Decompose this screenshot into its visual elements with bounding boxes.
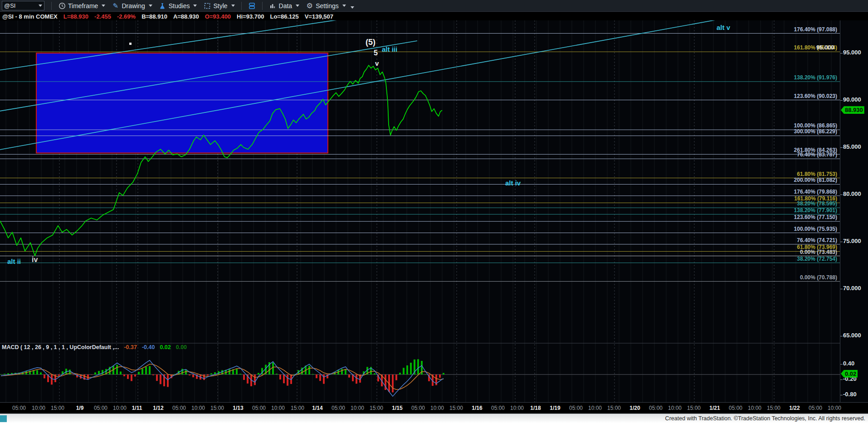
time-label: 15:00 <box>607 405 621 411</box>
menu-drawing-label: Drawing <box>122 2 145 10</box>
time-label: 05:00 <box>809 405 822 411</box>
time-label: 05:00 <box>172 405 186 411</box>
menu-settings-label: Settings <box>316 2 339 10</box>
date-label: 1/22 <box>789 405 800 411</box>
price-axis-tick <box>840 147 843 148</box>
time-label: 10:00 <box>113 405 127 411</box>
menu-timeframe-label: Timeframe <box>68 2 98 10</box>
macd-axis-tick <box>840 364 843 365</box>
chevron-down-icon[interactable] <box>39 5 42 7</box>
macd-axis-label: 0.40 <box>843 360 854 367</box>
clock-icon <box>58 2 66 10</box>
chevron-down-icon <box>193 5 197 7</box>
chevron-down-icon <box>102 5 105 7</box>
price-axis[interactable]: 95.00090.00085.00080.00075.00070.00065.0… <box>840 20 868 402</box>
style-icon <box>203 2 211 10</box>
quote-high: Hi=93.700 <box>237 13 264 20</box>
date-label: 1/21 <box>709 405 720 411</box>
toolbar-divider <box>262 2 263 10</box>
menu-style[interactable]: Style <box>200 0 238 11</box>
toolbar: @SI Timeframe ✎ Drawing Studies Style <box>0 0 868 12</box>
macd-axis-label: -0.80 <box>843 391 857 398</box>
menu-drawing[interactable]: ✎ Drawing <box>108 0 155 11</box>
menu-timeframe[interactable]: Timeframe <box>55 0 108 11</box>
macd-label[interactable]: MACD ( 12 , 26 , 9 , 1 , 1 , UpColorDefa… <box>2 344 119 350</box>
price-axis-tick <box>840 336 843 336</box>
tradestation-window: { "toolbar": { "symbol": "@SI", "menus":… <box>0 0 868 423</box>
quote-bid: B=88.910 <box>141 13 167 20</box>
menu-data-label: Data <box>279 2 293 10</box>
time-label: 05:00 <box>491 405 505 411</box>
time-axis[interactable]: 05:0010:0015:001/905:0010:001/111/1205:0… <box>0 402 868 414</box>
date-label: 1/18 <box>530 405 541 411</box>
time-label: 05:00 <box>12 405 26 411</box>
menu-data[interactable]: Data <box>266 0 303 11</box>
time-label: 10:00 <box>271 405 285 411</box>
time-label: 05:00 <box>332 405 345 411</box>
last-price-tag: 88.930 <box>841 106 864 114</box>
macd-indicator-row: MACD ( 12 , 26 , 9 , 1 , 1 , UpColorDefa… <box>2 344 187 350</box>
price-axis-label: 80.000 <box>843 190 861 197</box>
time-label: 10:00 <box>668 405 682 411</box>
time-label: 15:00 <box>767 405 780 411</box>
menu-settings[interactable]: ⚙ Settings <box>302 0 349 11</box>
time-label: 10:00 <box>748 405 761 411</box>
date-label: 1/9 <box>76 405 84 411</box>
date-label: 1/15 <box>392 405 402 411</box>
quote-volume: V=139,507 <box>305 13 333 20</box>
date-label: 1/11 <box>132 405 142 411</box>
menu-style-label: Style <box>213 2 227 10</box>
time-label: 15:00 <box>687 405 701 411</box>
macd-axis-tick <box>840 395 843 395</box>
macd-hist-value: 0.02 <box>160 344 171 350</box>
symbol-select[interactable]: @SI <box>2 1 44 10</box>
time-label: 15:00 <box>370 405 383 411</box>
time-label: 15:00 <box>210 405 224 411</box>
time-label: 10:00 <box>351 405 364 411</box>
time-label: 15:00 <box>51 405 64 411</box>
chevron-down-icon <box>342 5 346 7</box>
date-label: 1/19 <box>550 405 560 411</box>
tradestation-logo-icon <box>0 415 7 422</box>
macd-value-tag: 0.02 <box>841 370 858 378</box>
macd-signal-value: -0.37 <box>124 344 137 350</box>
layout-layers-button[interactable] <box>245 0 259 11</box>
time-label: 05:00 <box>411 405 425 411</box>
flask-icon <box>159 2 166 10</box>
price-axis-tick <box>840 194 843 195</box>
credit-text: Created with TradeStation. ©TradeStation… <box>665 415 865 422</box>
time-label: 05:00 <box>569 405 583 411</box>
price-axis-label: 65.000 <box>843 332 861 339</box>
chevron-down-icon <box>231 5 235 7</box>
quote-ask: A=88.930 <box>173 13 199 20</box>
toolbar-divider <box>51 2 52 10</box>
time-label: 05:00 <box>729 405 742 411</box>
date-label: 1/16 <box>472 405 482 411</box>
date-label: 1/13 <box>233 405 243 411</box>
quote-last: L=88.930 <box>63 13 88 20</box>
time-label: 10:00 <box>588 405 602 411</box>
time-label: 10:00 <box>828 405 841 411</box>
time-label: 05:00 <box>94 405 107 411</box>
quote-open: O=93.400 <box>205 13 231 20</box>
price-axis-tick <box>840 242 843 242</box>
menu-studies[interactable]: Studies <box>156 0 200 11</box>
date-label: 1/14 <box>312 405 322 411</box>
more-tools-caret[interactable] <box>351 6 354 9</box>
price-axis-tick <box>840 53 843 53</box>
time-label: 10:00 <box>510 405 524 411</box>
bar-chart-icon <box>269 2 277 10</box>
price-axis-tick <box>840 289 843 289</box>
price-axis-label: 70.000 <box>843 285 861 292</box>
price-axis-tick <box>840 100 843 101</box>
quote-symbol: @SI - 8 min COMEX <box>2 13 58 20</box>
time-label: 10:00 <box>191 405 205 411</box>
price-axis-label: 85.000 <box>843 143 861 150</box>
menu-studies-label: Studies <box>169 2 190 10</box>
macd-zero-value: 0.00 <box>176 344 187 350</box>
layers-icon <box>248 2 256 10</box>
quote-low: Lo=86.125 <box>270 13 298 20</box>
time-label: 10:00 <box>430 405 444 411</box>
toolbar-divider <box>241 2 242 10</box>
time-label: 15:00 <box>291 405 304 411</box>
